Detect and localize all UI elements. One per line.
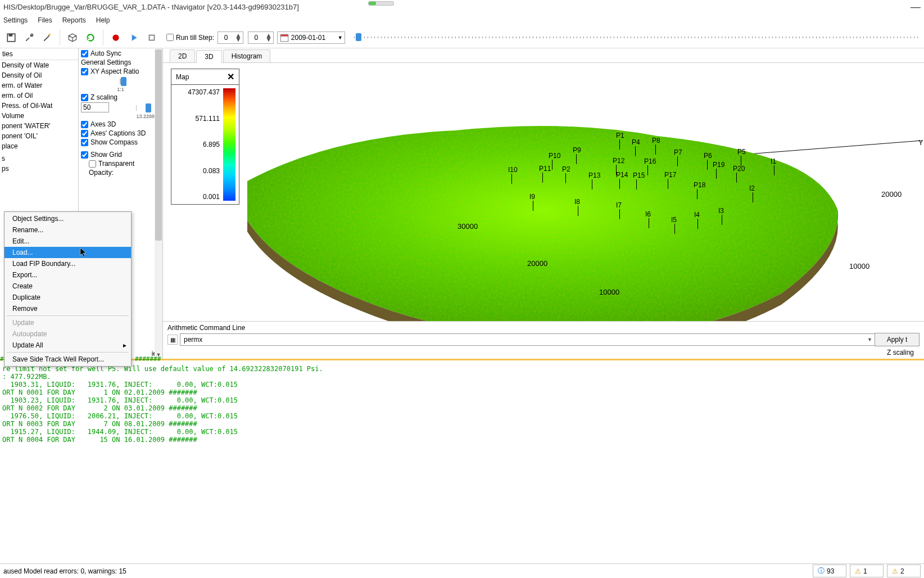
compass-checkbox[interactable]: [81, 139, 88, 146]
command-grid-icon[interactable]: ▦: [167, 335, 178, 345]
well-label: P16: [644, 157, 656, 165]
property-item[interactable]: Density of Wate: [0, 60, 78, 70]
minimize-icon[interactable]: —: [911, 1, 921, 13]
tab-3d[interactable]: 3D: [196, 50, 221, 63]
context-menu-item[interactable]: Remove: [4, 303, 131, 314]
refresh-icon[interactable]: [83, 30, 98, 46]
z-scaling-slider[interactable]: [115, 105, 158, 111]
context-menu-item[interactable]: Load FIP Boundary...: [4, 258, 131, 269]
status-info-pod[interactable]: ⓘ93: [813, 565, 846, 577]
save-icon[interactable]: [3, 30, 19, 46]
property-item[interactable]: place: [0, 141, 78, 151]
transparent-checkbox[interactable]: [89, 160, 96, 168]
axes-captions-checkbox[interactable]: [81, 130, 88, 137]
legend-close-icon[interactable]: ✕: [227, 71, 234, 82]
cube-icon[interactable]: [65, 30, 80, 46]
well-label: P10: [549, 152, 560, 160]
calendar-icon: [279, 33, 289, 43]
context-menu-item[interactable]: Update All: [4, 340, 131, 351]
surface-3d: [163, 63, 924, 321]
legend-value-0: 47307.437: [175, 88, 220, 96]
well-label: I1: [771, 157, 776, 165]
date-picker[interactable]: ▼: [277, 31, 345, 44]
menu-settings[interactable]: Settings: [3, 16, 28, 24]
status-warn-pod[interactable]: ⚠1: [850, 565, 884, 577]
magic-wand-icon[interactable]: [39, 30, 55, 46]
apply-button[interactable]: Apply t: [875, 333, 920, 346]
step-spinner-a[interactable]: ▲▼: [218, 31, 243, 44]
context-menu-item[interactable]: Create: [4, 281, 131, 292]
axis-tick-label: 20000: [881, 190, 902, 198]
menu-help[interactable]: Help: [96, 16, 110, 24]
context-menu-item[interactable]: Save Side Track Well Report...: [4, 354, 131, 365]
log-divider[interactable]: [0, 359, 924, 360]
run-till-step-label: Run till Step:: [176, 34, 214, 42]
color-legend: Map ✕ 47307.437 571.111 6.895 0.083 0.00…: [171, 69, 239, 205]
z-scaling-input[interactable]: [81, 102, 109, 112]
menu-files[interactable]: Files: [38, 16, 52, 24]
z-scaling-checkbox[interactable]: [81, 94, 88, 101]
status-err-pod[interactable]: ⚠2: [887, 565, 921, 577]
property-item[interactable]: s: [0, 153, 78, 164]
property-list-header: ties: [0, 48, 78, 60]
command-row: Arithmetic Command Line ▦ ▼ Apply t Z sc…: [163, 321, 924, 359]
opacity-label: Opacity:: [89, 169, 160, 177]
play-icon[interactable]: [126, 30, 142, 46]
context-menu-item: Update: [4, 317, 131, 328]
axes3d-checkbox[interactable]: [81, 121, 88, 128]
context-menu-item[interactable]: Load...: [4, 247, 131, 258]
axis-tick-label: 10000: [599, 288, 619, 296]
stop-icon[interactable]: [144, 30, 160, 46]
well-label: P2: [562, 165, 570, 173]
well-label: P18: [694, 181, 705, 189]
context-menu-item[interactable]: Edit...: [4, 236, 131, 247]
auto-sync-label: Auto Sync: [90, 49, 121, 57]
timeline-slider[interactable]: [354, 34, 921, 41]
property-item[interactable]: Press. of Oil-Wat: [0, 101, 78, 111]
property-item[interactable]: Volume: [0, 111, 78, 121]
context-menu-item: Autoupdate: [4, 328, 131, 340]
well-label: I9: [529, 193, 535, 201]
well-label: I5: [671, 216, 677, 224]
load-progress: [368, 1, 394, 6]
record-icon[interactable]: [108, 30, 124, 46]
status-text: aused Model read errors: 0, warnings: 15: [3, 567, 126, 575]
viewport-3d[interactable]: Map ✕ 47307.437 571.111 6.895 0.083 0.00…: [163, 63, 924, 321]
svg-rect-4: [150, 35, 155, 40]
menubar: Settings Files Reports Help: [0, 13, 924, 27]
context-menu-item[interactable]: Rename...: [4, 224, 131, 236]
tab-histogram[interactable]: Histogram: [223, 49, 271, 62]
property-item[interactable]: Density of Oil: [0, 70, 78, 80]
svg-point-3: [112, 34, 119, 40]
show-grid-label: Show Grid: [90, 151, 122, 159]
command-input[interactable]: [180, 333, 876, 346]
step-spinner-b[interactable]: ▲▼: [248, 31, 274, 44]
well-label: I2: [749, 184, 755, 192]
property-item[interactable]: ps: [0, 164, 78, 174]
context-menu-item[interactable]: Object Settings...: [4, 213, 131, 224]
tools-icon[interactable]: [21, 30, 37, 46]
xy-aspect-slider[interactable]: [83, 79, 158, 84]
context-menu-item[interactable]: Duplicate: [4, 292, 131, 303]
well-label: P9: [573, 146, 581, 154]
well-label: P20: [733, 165, 745, 173]
axis-tick-label: 30000: [458, 222, 478, 231]
property-item[interactable]: erm. of Water: [0, 80, 78, 91]
property-item[interactable]: erm. of Oil: [0, 91, 78, 101]
axis-tick-label: 10000: [849, 262, 869, 270]
tab-2d[interactable]: 2D: [170, 49, 195, 62]
property-item[interactable]: ponent 'OIL': [0, 131, 78, 141]
menu-reports[interactable]: Reports: [62, 16, 86, 24]
auto-sync-checkbox[interactable]: [81, 50, 88, 57]
well-label: I6: [645, 210, 651, 218]
well-label: P8: [652, 137, 660, 144]
show-grid-checkbox[interactable]: [81, 151, 88, 159]
property-item[interactable]: ponent 'WATER': [0, 121, 78, 131]
context-menu-item[interactable]: Export...: [4, 269, 131, 281]
sidebar-scrollbar[interactable]: ▲ ▼: [155, 48, 162, 359]
run-till-step-checkbox[interactable]: [166, 34, 174, 41]
general-settings-label: General Settings: [81, 58, 160, 66]
well-label: P13: [588, 171, 600, 179]
xy-aspect-checkbox[interactable]: [81, 68, 88, 75]
z-scaling-label: Z scaling: [90, 93, 117, 101]
